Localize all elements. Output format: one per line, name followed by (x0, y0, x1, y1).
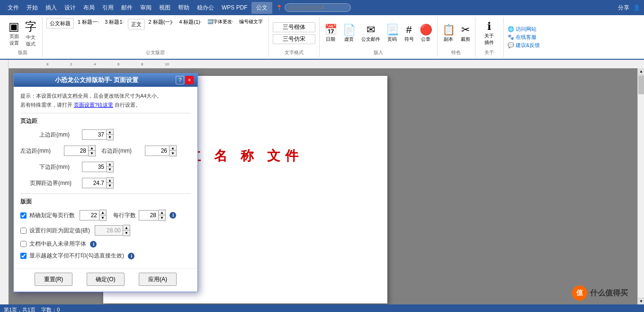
right-margin-input[interactable] (145, 146, 170, 156)
gutter-label: 页脚距边界(mm) (30, 179, 82, 187)
top-margin-down[interactable]: ▼ (107, 135, 113, 140)
bottom-margin-down[interactable]: ▼ (107, 167, 113, 172)
top-margin-up[interactable]: ▲ (107, 129, 113, 135)
app-menu-help[interactable]: 帮助 (174, 2, 193, 14)
gutter-input[interactable] (82, 178, 107, 188)
ribbon-style-3[interactable]: 3 标题1· (103, 18, 125, 26)
ribbon-btn-mail[interactable]: ✉ 公文邮件 (360, 23, 381, 44)
ribbon-link-3[interactable]: 💬 建议&反馈 (508, 42, 540, 49)
scroll-thumb[interactable] (638, 75, 644, 94)
left-margin-up[interactable]: ▲ (89, 146, 95, 151)
lines-per-page-checkbox[interactable] (20, 212, 27, 219)
app-menu-official[interactable]: 公文 (251, 2, 272, 14)
reset-button[interactable]: 重置(R) (35, 273, 72, 286)
title-bar: 文件 开始 插入 设计 布局 引用 邮件 审阅 视图 帮助 稳办公 WPS PD… (0, 0, 644, 15)
right-margin-down[interactable]: ▼ (170, 151, 176, 156)
lines-per-page-input[interactable] (80, 210, 99, 220)
ribbon-style-4[interactable]: 4 标题(1)· (177, 18, 204, 26)
help-icon[interactable]: ? (176, 76, 184, 84)
ribbon-link-2[interactable]: 🐾 在线客服 (508, 34, 537, 41)
embed-font-label: 文档中嵌入未录用字体 (29, 240, 86, 248)
close-icon[interactable]: × (185, 76, 194, 84)
lines-per-page-input-group: ▲ ▼ (80, 210, 107, 221)
app-menu-layout[interactable]: 布局 (80, 2, 98, 14)
apply-button[interactable]: 应用(A) (139, 273, 177, 286)
chars-down[interactable]: ▼ (159, 215, 165, 220)
lines-per-page-spinner: ▲ ▼ (99, 210, 107, 221)
left-margin-input[interactable] (64, 146, 89, 156)
ribbon-btn-bianhao[interactable]: 编号碰文字 (237, 18, 265, 26)
ruler-svg: 8 2 4 6 8 10 (9, 60, 644, 68)
ribbon-btn-symbol[interactable]: # 符号 (403, 23, 415, 44)
ribbon-btn-gw-title[interactable]: 公文标题 (46, 18, 74, 28)
allow-break-checkbox[interactable] (20, 253, 27, 259)
ribbon-btn-pageno[interactable]: 📃 页码 (385, 23, 400, 44)
app-menu-review[interactable]: 审阅 (136, 2, 155, 14)
right-margin-up[interactable]: ▲ (170, 146, 176, 151)
app-menu-wps-pdf[interactable]: WPS PDF (218, 2, 251, 13)
spacing-down[interactable]: ▼ (123, 230, 130, 236)
scroll-down-arrow[interactable]: ▼ (638, 298, 644, 304)
left-margin-down[interactable]: ▼ (89, 151, 95, 156)
app-menu-insert[interactable]: 插入 (42, 2, 61, 14)
gutter-down[interactable]: ▼ (107, 183, 113, 188)
layout-title: 版面 (20, 198, 191, 206)
ribbon-btn-xuye[interactable]: 📄 虚页 (342, 23, 357, 44)
chars-up[interactable]: ▲ (159, 210, 165, 215)
ribbon-btn-date[interactable]: 📅 日期 (323, 23, 338, 44)
ribbon-btn-crop[interactable]: ✂ 裁剪 (460, 23, 471, 44)
app-menu-design[interactable]: 设计 (61, 2, 80, 14)
seal-icon: 🔴 (420, 24, 432, 36)
document-area: 立 名 称 文件 值 什么值得买 小恐龙公文排版助手- 页面设置 ? × 提示 (0, 68, 644, 304)
v-scrollbar[interactable]: ▲ ▼ (637, 68, 644, 304)
embed-font-checkbox[interactable] (20, 241, 27, 247)
fixed-spacing-input[interactable] (95, 225, 123, 236)
svg-text:10: 10 (165, 62, 169, 66)
bottom-margin-input[interactable] (82, 162, 107, 172)
spacing-up[interactable]: ▲ (123, 225, 130, 230)
gutter-up[interactable]: ▲ (107, 178, 113, 183)
ribbon-btn-fangsong[interactable]: 三号仿宋 (273, 34, 315, 44)
pageno-icon: 📃 (386, 24, 399, 36)
app-menu-wps-office[interactable]: 稳办公 (193, 2, 218, 14)
share-button[interactable]: 分享 (614, 3, 633, 13)
search-input[interactable] (285, 3, 351, 12)
ribbon-btn-kaiti[interactable]: 三号楷体 (273, 22, 315, 32)
ribbon-style-1[interactable]: 1 标题一· (76, 18, 101, 26)
lines-up[interactable]: ▲ (99, 210, 106, 215)
ribbon-btn-font-change[interactable]: 🔤字体更改· (206, 18, 235, 26)
bottom-margin-input-group: ▲ ▼ (82, 161, 114, 173)
app-menu-file[interactable]: 文件 (4, 2, 23, 14)
page-indicator: 第1页，共1页 (4, 306, 36, 312)
app-menu-mail[interactable]: 邮件 (117, 2, 136, 14)
ribbon-btn-seal[interactable]: 🔴 公章 (419, 23, 433, 44)
user-icon[interactable]: 👤 (633, 4, 640, 11)
lines-info-icon[interactable]: ℹ (170, 212, 176, 219)
ribbon-btn-chinese-layout[interactable]: 字 中文 版式 (23, 18, 38, 48)
fixed-spacing-input-group: ▲ ▼ (95, 225, 130, 236)
svg-text:6: 6 (117, 62, 120, 66)
ribbon-link-1[interactable]: 🌐 访问网站 (508, 26, 537, 33)
ribbon-btn-copy[interactable]: 📋 副本 (441, 23, 456, 44)
bottom-margin-up[interactable]: ▲ (107, 162, 113, 167)
ribbon-group-label-banmian: 版面 (18, 49, 27, 56)
embed-font-info-icon[interactable]: ℹ (90, 241, 97, 248)
ribbon-btn-about[interactable]: ℹ 关于 插件 (483, 19, 495, 47)
modal-overlay: 小恐龙公文排版助手- 页面设置 ? × 提示：本设置仅对该文档全局，且会更改纸张… (9, 68, 637, 304)
app-menu-ref[interactable]: 引用 (98, 2, 117, 14)
top-margin-row: 上边距(mm) ▲ ▼ (20, 129, 191, 140)
app-menu-home[interactable]: 开始 (23, 2, 42, 14)
scroll-up-arrow[interactable]: ▲ (638, 68, 644, 75)
chars-per-line-input[interactable] (139, 210, 159, 220)
notice-link[interactable]: 页面设置?往这里 (74, 102, 113, 108)
fixed-spacing-checkbox[interactable] (20, 228, 27, 234)
ribbon-btn-zhengwen[interactable]: 正文 (128, 19, 145, 29)
lines-down[interactable]: ▼ (99, 215, 106, 220)
app-menu-view[interactable]: 视图 (155, 2, 174, 14)
ribbon-style-2[interactable]: 2 标题(一)· (147, 18, 176, 26)
top-margin-input[interactable] (82, 129, 107, 140)
ok-button[interactable]: 确定(O) (87, 273, 125, 286)
ribbon-btn-page-setup[interactable]: ▣ 页面 设置 (7, 19, 21, 47)
allow-break-row: 显示越越文字但不打印(勾选直接生效) ℹ (20, 252, 191, 260)
allow-break-info-icon[interactable]: ℹ (128, 253, 134, 259)
